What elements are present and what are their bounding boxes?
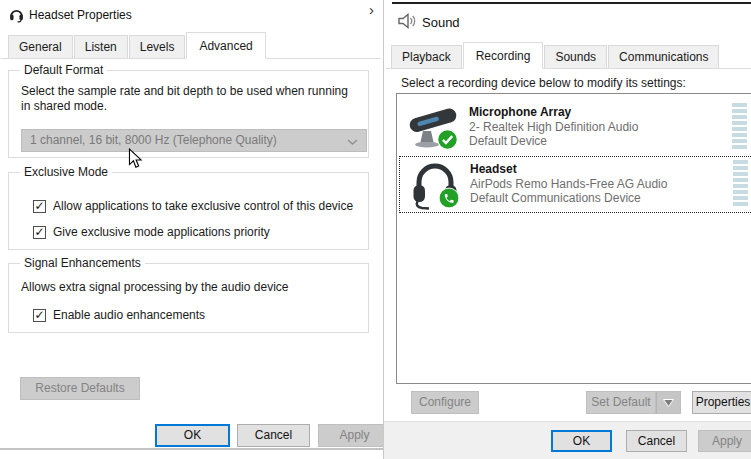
group-signal-enhancements: Signal Enhancements Allows extra signal …: [8, 263, 369, 333]
chevron-right-icon: ›: [369, 1, 374, 18]
device-row-headset[interactable]: Headset AirPods Remo Hands-Free AG Audio…: [399, 156, 751, 213]
tab-playback[interactable]: Playback: [391, 45, 462, 68]
exclusive-priority-label: Give exclusive mode applications priorit…: [53, 225, 270, 239]
apply-button[interactable]: Apply: [318, 424, 384, 447]
exclusive-priority-checkbox[interactable]: ✓: [33, 226, 46, 239]
audio-enhancements-row: ✓ Enable audio enhancements: [33, 308, 363, 322]
group-signal-enhancements-legend: Signal Enhancements: [20, 256, 145, 270]
set-default-dropdown-arrow[interactable]: [656, 391, 681, 414]
tab-communications[interactable]: Communications: [608, 45, 719, 68]
group-default-format-legend: Default Format: [20, 63, 107, 77]
device-status: Default Communications Device: [470, 191, 641, 205]
headset-properties-dialog: Headset Properties General Listen Levels…: [0, 0, 384, 450]
mouse-cursor: [127, 148, 143, 172]
instruction-text: Select a recording device below to modif…: [401, 76, 686, 90]
exclusive-control-checkbox[interactable]: ✓: [33, 200, 46, 213]
device-description: 2- Realtek High Definition Audio: [469, 120, 638, 134]
properties-button[interactable]: Properties: [692, 391, 751, 414]
level-meter: [732, 103, 747, 151]
device-name: Headset: [470, 162, 517, 176]
level-meter: [733, 160, 748, 208]
set-default-button[interactable]: Set Default: [586, 391, 656, 414]
arrow-down-icon: [663, 399, 674, 407]
cancel-button[interactable]: Cancel: [626, 430, 687, 452]
group-exclusive-mode-legend: Exclusive Mode: [20, 165, 112, 179]
dialog-title: Headset Properties: [29, 8, 132, 22]
audio-enhancements-checkbox[interactable]: ✓: [33, 309, 46, 322]
tab-recording[interactable]: Recording: [463, 42, 544, 69]
device-status: Default Device: [469, 134, 547, 148]
apply-button[interactable]: Apply: [698, 430, 751, 452]
device-name: Microphone Array: [469, 105, 571, 119]
dropdown-value: 1 channel, 16 bit, 8000 Hz (Telephone Qu…: [30, 133, 277, 147]
tab-strip: Playback Recording Sounds Communications: [391, 44, 720, 68]
signal-enhancements-description: Allows extra signal processing by the au…: [21, 280, 361, 295]
ok-button[interactable]: OK: [551, 430, 612, 452]
default-format-dropdown[interactable]: 1 channel, 16 bit, 8000 Hz (Telephone Qu…: [21, 129, 367, 152]
tab-levels[interactable]: Levels: [129, 35, 186, 58]
tab-listen[interactable]: Listen: [74, 35, 128, 58]
dialog-top-edge: [392, 2, 751, 4]
default-device-check-icon: [437, 129, 458, 150]
sound-speaker-icon: [397, 12, 417, 33]
exclusive-control-row: ✓ Allow applications to take exclusive c…: [33, 199, 363, 213]
default-format-description: Select the sample rate and bit depth to …: [21, 84, 359, 114]
cancel-button[interactable]: Cancel: [237, 424, 310, 447]
exclusive-control-label: Allow applications to take exclusive con…: [53, 199, 353, 213]
exclusive-priority-row: ✓ Give exclusive mode applications prior…: [33, 225, 363, 239]
restore-defaults-button[interactable]: Restore Defaults: [20, 377, 140, 400]
tab-page-border: [386, 68, 751, 69]
chevron-down-icon: [347, 139, 358, 145]
communications-phone-icon: [438, 187, 459, 208]
tab-sounds[interactable]: Sounds: [544, 45, 607, 68]
configure-button[interactable]: Configure: [411, 391, 479, 414]
tab-general[interactable]: General: [8, 35, 73, 58]
group-default-format: Default Format Select the sample rate an…: [8, 70, 369, 158]
device-row-microphone-array[interactable]: Microphone Array 2- Realtek High Definit…: [399, 98, 751, 155]
tab-strip: General Listen Levels Advanced: [8, 34, 267, 58]
audio-enhancements-label: Enable audio enhancements: [53, 308, 205, 322]
recording-device-list: Microphone Array 2- Realtek High Definit…: [396, 93, 751, 384]
device-description: AirPods Remo Hands-Free AG Audio: [470, 177, 667, 191]
dialog-title: Sound: [422, 15, 460, 30]
headset-title-icon: [8, 6, 25, 26]
sound-dialog: Sound Playback Recording Sounds Communic…: [383, 0, 751, 459]
tab-advanced[interactable]: Advanced: [186, 32, 265, 59]
group-exclusive-mode: Exclusive Mode ✓ Allow applications to t…: [8, 172, 369, 250]
ok-button[interactable]: OK: [155, 424, 230, 447]
